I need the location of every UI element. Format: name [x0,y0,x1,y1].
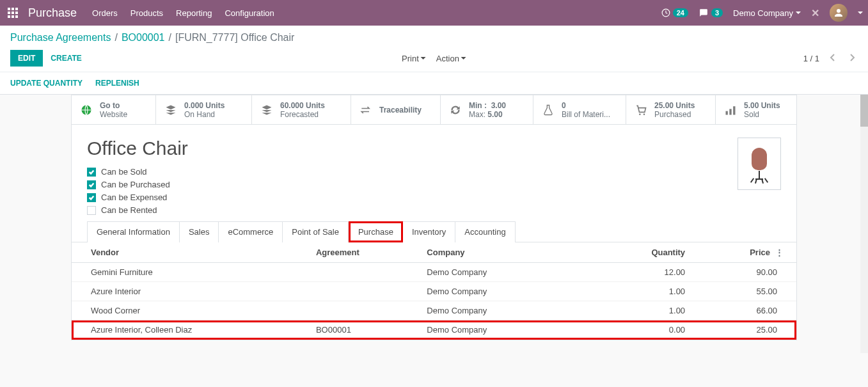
user-avatar[interactable] [830,4,848,22]
svg-rect-2 [15,8,18,10]
messages-badge: 3 [711,8,723,17]
chair-icon [746,145,772,183]
refresh-icon [448,103,462,117]
attr-can-be-rented[interactable]: Can be Rented [87,205,188,215]
stat-traceability[interactable]: Traceability [351,95,441,124]
update-quantity-button[interactable]: UPDATE QUANTITY [10,79,83,88]
scrollbar[interactable] [860,95,868,353]
app-brand[interactable]: Purchase [28,6,77,20]
caret-down-icon [461,57,466,59]
table-row[interactable]: Wood Corner Demo Company 1.00 66.00 [72,301,796,320]
table-row[interactable]: Azure Interior, Colleen Diaz BO00001 Dem… [72,320,796,340]
messages-indicator[interactable]: 3 [698,8,723,17]
tab-purchase[interactable]: Purchase [349,221,403,242]
vendor-table: Vendor Agreement Company Quantity Price⋮… [72,242,796,340]
checkbox-checked-icon [87,168,96,177]
th-quantity[interactable]: Quantity [597,242,693,263]
company-switcher[interactable]: Demo Company [733,8,801,18]
th-vendor[interactable]: Vendor [72,242,308,263]
stat-onhand[interactable]: 0.000 UnitsOn Hand [156,95,252,124]
breadcrumb-current: [FURN_7777] Office Chair [175,32,294,43]
stat-purchased[interactable]: 25.00 UnitsPurchased [626,95,716,124]
breadcrumb-sep: / [114,32,117,43]
svg-point-13 [643,113,645,115]
create-button[interactable]: CREATE [51,54,81,63]
breadcrumb: Purchase Agreements / BO00001 / [FURN_77… [10,32,858,43]
pager-text: 1 / 1 [803,54,819,63]
breadcrumb-sep: / [168,32,171,43]
edit-button[interactable]: EDIT [10,50,43,67]
breadcrumb-bo[interactable]: BO00001 [122,32,165,43]
checkbox-unchecked-icon [87,206,96,215]
action-dropdown[interactable]: Action [436,54,466,63]
apps-grid-icon[interactable] [5,5,20,20]
svg-rect-6 [8,15,10,18]
tab-inventory[interactable]: Inventory [403,221,455,242]
stat-forecast[interactable]: 60.000 UnitsForecasted [252,95,351,124]
pager-next[interactable] [846,51,858,67]
breadcrumb-agreements[interactable]: Purchase Agreements [10,32,111,43]
stat-website[interactable]: Go toWebsite [72,95,156,124]
tab-point-of-sale[interactable]: Point of Sale [283,221,349,242]
svg-rect-15 [729,109,731,115]
svg-rect-3 [8,12,10,14]
user-menu-caret[interactable] [858,12,863,14]
stat-minmax[interactable]: Min : 3.00 Max: 5.00 [441,95,533,124]
activity-indicator[interactable]: 24 [661,8,688,17]
caret-down-icon [796,12,801,14]
svg-rect-4 [12,12,14,14]
th-price[interactable]: Price⋮ [693,242,796,263]
svg-point-12 [639,113,641,115]
kebab-icon[interactable]: ⋮ [770,248,784,257]
table-row[interactable]: Azure Interior Demo Company 1.00 55.00 [72,282,796,301]
product-title: Office Chair [87,138,188,159]
checkbox-checked-icon [87,193,96,202]
svg-rect-5 [15,12,18,14]
attr-can-be-sold[interactable]: Can be Sold [87,167,188,177]
boxes-icon [260,103,274,117]
svg-rect-1 [12,8,14,10]
svg-rect-0 [8,8,10,10]
svg-point-10 [837,9,840,13]
replenish-button[interactable]: REPLENISH [95,79,139,88]
nav-configuration[interactable]: Configuration [225,8,274,18]
table-row[interactable]: Gemini Furniture Demo Company 12.00 90.0… [72,263,796,282]
stat-sold[interactable]: 5.00 UnitsSold [716,95,796,124]
nav-products[interactable]: Products [130,8,163,18]
print-dropdown[interactable]: Print [402,54,426,63]
nav-orders[interactable]: Orders [92,8,118,18]
svg-rect-16 [733,106,735,115]
tab-accounting[interactable]: Accounting [455,221,515,242]
product-image[interactable] [738,138,781,190]
checkbox-checked-icon [87,180,96,189]
tab-general-information[interactable]: General Information [87,221,180,242]
svg-rect-8 [15,15,18,18]
pager-prev[interactable] [827,51,839,67]
flask-icon [541,103,555,117]
activity-badge: 24 [673,8,688,17]
svg-rect-7 [12,15,14,18]
svg-rect-14 [726,111,728,115]
globe-icon [79,103,93,117]
caret-down-icon [421,57,426,59]
th-company[interactable]: Company [419,242,596,263]
debug-close-icon[interactable]: ✕ [811,7,819,19]
th-agreement[interactable]: Agreement [308,242,419,263]
company-name: Demo Company [733,8,793,18]
boxes-icon [164,103,178,117]
attr-can-be-purchased[interactable]: Can be Purchased [87,180,188,189]
stat-bom[interactable]: 0Bill of Materi... [533,95,626,124]
attr-can-be-expensed[interactable]: Can be Expensed [87,193,188,202]
cart-icon [634,103,648,117]
bar-chart-icon [723,103,738,117]
exchange-icon [359,103,373,117]
tab-ecommerce[interactable]: eCommerce [219,221,283,242]
nav-reporting[interactable]: Reporting [176,8,212,18]
tab-sales[interactable]: Sales [180,221,219,242]
